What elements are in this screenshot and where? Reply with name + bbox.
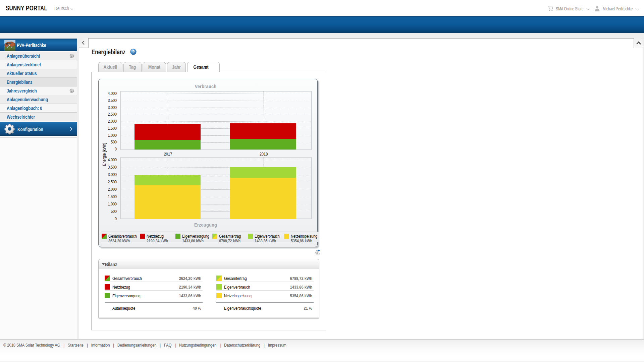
svg-text:?: ? (132, 49, 135, 54)
